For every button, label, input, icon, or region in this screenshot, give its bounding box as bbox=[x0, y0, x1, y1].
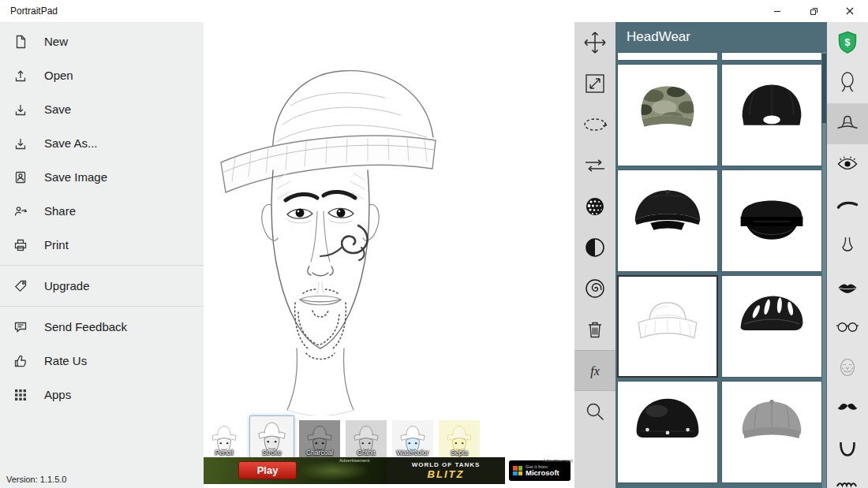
black-flat-cap bbox=[618, 170, 717, 271]
tab-hair[interactable] bbox=[827, 469, 868, 488]
hat-card-black-cap-backwards[interactable] bbox=[721, 64, 822, 166]
close-button[interactable] bbox=[832, 0, 868, 22]
sidebar-item-rate-us[interactable]: Rate Us bbox=[0, 344, 204, 378]
hat-card-bike-helmet[interactable] bbox=[721, 275, 822, 378]
resize-tool[interactable] bbox=[574, 63, 615, 104]
hat-card-white-sailor-hat[interactable] bbox=[617, 275, 718, 378]
filter-thumb-charcoal[interactable]: Charcoal bbox=[299, 420, 340, 457]
black-half-helmet bbox=[618, 382, 717, 482]
tab-beard[interactable] bbox=[827, 428, 868, 469]
ad-play-button[interactable]: Play bbox=[238, 461, 297, 479]
tab-glasses[interactable] bbox=[827, 307, 868, 348]
minimize-button[interactable] bbox=[759, 0, 795, 22]
sidebar-item-save-as[interactable]: Save As... bbox=[0, 126, 204, 160]
hat-card-black-flat-cap[interactable] bbox=[617, 169, 718, 272]
feedback-icon bbox=[12, 319, 29, 336]
trash-icon bbox=[582, 316, 608, 343]
ad-store-section: Advertisement Get it from Microsoft bbox=[505, 457, 574, 484]
filter-label: Granit bbox=[346, 449, 387, 456]
advertisement-label: Advertisement bbox=[339, 458, 369, 463]
sidebar-item-label: Upgrade bbox=[44, 279, 90, 292]
move-tool[interactable] bbox=[574, 22, 615, 63]
gray-baseball-cap bbox=[722, 382, 821, 482]
filter-label: Charcoal bbox=[299, 449, 340, 456]
tab-nose[interactable] bbox=[827, 225, 868, 266]
panel-scrollbar-thumb[interactable] bbox=[822, 54, 826, 123]
portrait-sketch bbox=[204, 22, 574, 416]
premium-shield-icon: $ bbox=[834, 29, 861, 56]
portrait-canvas[interactable] bbox=[204, 22, 574, 416]
contrast-tool[interactable] bbox=[574, 227, 615, 268]
move-icon bbox=[582, 29, 608, 56]
apps-grid-icon bbox=[12, 386, 29, 404]
headwear-grid bbox=[617, 52, 822, 488]
microsoft-store-badge[interactable]: Get it from Microsoft bbox=[509, 460, 571, 481]
rotate-tool[interactable] bbox=[574, 104, 615, 145]
flip-horizontal-icon bbox=[582, 152, 608, 179]
hat-card-black-half-helmet[interactable] bbox=[617, 381, 718, 483]
title-bar: PortraitPad bbox=[0, 0, 868, 22]
sidebar-item-open[interactable]: Open bbox=[0, 58, 204, 92]
tab-lips[interactable] bbox=[827, 266, 868, 307]
sidebar-item-save-image[interactable]: Save Image bbox=[0, 160, 204, 194]
delete-tool[interactable] bbox=[574, 309, 615, 350]
sidebar-item-upgrade[interactable]: Upgrade bbox=[0, 269, 204, 303]
hat-card-camo-cap[interactable] bbox=[617, 64, 718, 166]
sidebar-item-label: Apps bbox=[44, 388, 71, 401]
sidebar-divider bbox=[0, 306, 204, 307]
hat-card-partial[interactable] bbox=[617, 52, 718, 61]
ad-game-logo[interactable]: WORLD OF TANKS BLITZ bbox=[387, 457, 505, 484]
restore-button[interactable] bbox=[795, 0, 832, 22]
sidebar-item-share[interactable]: Share bbox=[0, 194, 204, 228]
tab-eyebrows[interactable] bbox=[827, 184, 868, 225]
sidebar-item-send-feedback[interactable]: Send Feedback bbox=[0, 310, 204, 344]
sidebar-item-save[interactable]: Save bbox=[0, 92, 204, 126]
ad-game-scene[interactable]: Play Advertisement bbox=[204, 457, 387, 484]
effects-tool[interactable]: fx bbox=[574, 350, 615, 391]
new-document-icon bbox=[12, 33, 29, 50]
tab-premium[interactable]: $ bbox=[827, 22, 868, 63]
filter-thumb-watercolor[interactable]: Watercolor bbox=[392, 420, 433, 457]
fx-effects-icon: fx bbox=[582, 357, 608, 384]
app-title: PortraitPad bbox=[10, 6, 58, 17]
close-icon bbox=[845, 6, 855, 16]
filter-thumb-stroke[interactable]: Stroke bbox=[250, 416, 294, 457]
hat-card-police-officer-hat[interactable] bbox=[721, 169, 822, 272]
sidebar-item-label: Send Feedback bbox=[44, 320, 127, 333]
resize-icon bbox=[582, 70, 608, 97]
spiral-tool[interactable] bbox=[574, 268, 615, 309]
hat-card-gray-baseball-cap[interactable] bbox=[721, 381, 822, 483]
headwear-icon bbox=[834, 110, 861, 137]
police-officer-hat bbox=[722, 170, 821, 271]
zoom-tool[interactable] bbox=[574, 391, 615, 432]
nose-icon bbox=[834, 232, 861, 259]
lips-icon bbox=[834, 273, 861, 300]
tab-head[interactable] bbox=[827, 63, 868, 104]
halftone-icon bbox=[582, 193, 608, 220]
tab-eyes[interactable] bbox=[827, 144, 868, 185]
ad-banner[interactable]: Play Advertisement WORLD OF TANKS BLITZ … bbox=[204, 457, 574, 484]
sidebar-item-new[interactable]: New bbox=[0, 24, 204, 58]
panel-scrollbar-track[interactable] bbox=[822, 52, 826, 488]
tab-mustache[interactable] bbox=[827, 388, 868, 429]
ad-game-subtitle: BLITZ bbox=[428, 468, 465, 480]
hat-card-partial[interactable] bbox=[721, 52, 822, 61]
filter-thumb-pencil[interactable]: Pencil bbox=[204, 420, 245, 457]
halftone-tool[interactable] bbox=[574, 186, 615, 227]
sidebar-item-label: Print bbox=[44, 238, 69, 251]
style-filter-strip: Pencil Stroke Charcoal Granit Watercolor… bbox=[204, 415, 574, 457]
contrast-icon bbox=[582, 234, 608, 261]
sidebar-item-print[interactable]: Print bbox=[0, 228, 204, 262]
filter-thumb-sepia[interactable]: Sepia bbox=[439, 420, 480, 457]
tab-headwear[interactable] bbox=[827, 103, 868, 144]
flip-horizontal-tool[interactable] bbox=[574, 145, 615, 186]
filter-thumb-granit[interactable]: Granit bbox=[346, 420, 387, 457]
portraitpad-window: PortraitPad New Open Save Save As... Sav… bbox=[0, 0, 868, 488]
eyebrow-icon bbox=[834, 192, 861, 218]
save-image-icon bbox=[12, 169, 29, 186]
sidebar-item-apps[interactable]: Apps bbox=[0, 378, 204, 412]
advertisement-label: Advertisement bbox=[543, 458, 573, 463]
open-icon bbox=[12, 67, 29, 84]
tab-face-marks[interactable] bbox=[827, 347, 868, 388]
window-controls bbox=[759, 0, 868, 22]
